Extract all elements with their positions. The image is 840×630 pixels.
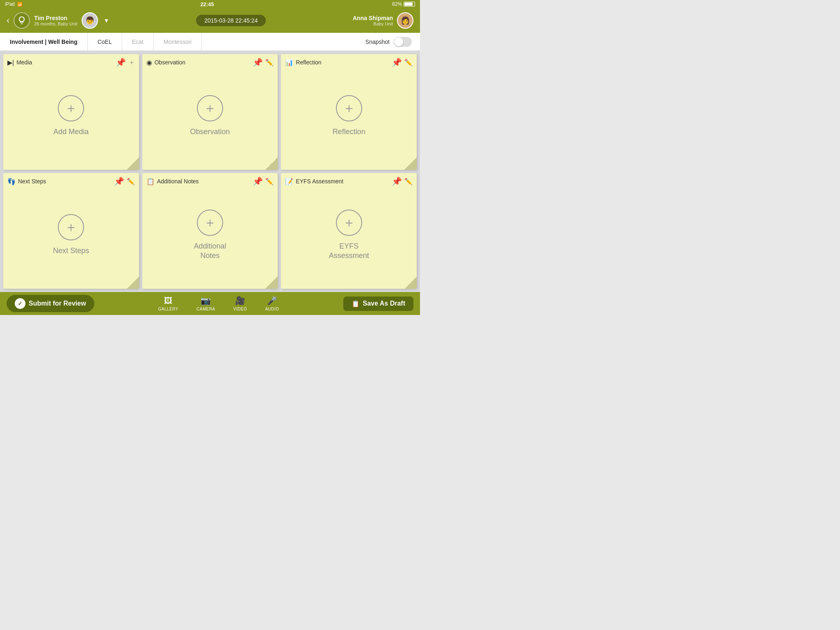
card-reflection-body: ＋ Reflection (281, 71, 417, 170)
status-right: 82% (392, 1, 415, 7)
card-observation-body: ＋ Observation (142, 71, 278, 170)
additionalnotes-pen-icon[interactable]: ✏️ (265, 178, 274, 185)
teacher-info: Anna Shipman Baby Unit (353, 15, 393, 26)
user-sub: 26 months, Baby Unit (34, 21, 77, 26)
card-nextsteps-body: ＋ Next Steps (3, 189, 139, 289)
card-nextsteps-title: Next Steps (18, 178, 112, 185)
reflection-icon: 📊 (285, 59, 293, 66)
nextsteps-icon: 👣 (7, 178, 16, 185)
card-nextsteps: 👣 Next Steps 📌 ✏️ ＋ Next Steps (3, 173, 139, 289)
media-add-circle[interactable]: ＋ (58, 95, 84, 121)
card-eyfs-title: EYFS Assessment (296, 178, 389, 185)
card-observation-header: ◉ Observation 📌 ✏️ (142, 54, 278, 71)
header-datetime: 2015-03-28 22:45:24 (196, 15, 266, 26)
nextsteps-add-label: Next Steps (53, 246, 89, 256)
nextsteps-pin-icon: 📌 (114, 176, 124, 186)
media-plus-icon[interactable]: ＋ (128, 58, 135, 67)
video-label: VIDEO (233, 307, 247, 311)
submit-review-button[interactable]: ✓ Submit for Review (7, 295, 94, 312)
bottom-tab-video[interactable]: 🎥 VIDEO (224, 294, 256, 313)
bottom-tab-camera[interactable]: 📷 CAMERA (187, 294, 224, 313)
teacher-sub: Baby Unit (353, 21, 393, 26)
card-additionalnotes-title: Additional Notes (157, 178, 251, 185)
additionalnotes-add-label: AdditionalNotes (194, 242, 226, 261)
tab-involvement[interactable]: Involvement | Well Being (0, 33, 88, 50)
snapshot-toggle[interactable] (394, 37, 412, 47)
additionalnotes-icon: 📋 (146, 178, 155, 185)
card-additionalnotes-header: 📋 Additional Notes 📌 ✏️ (142, 173, 278, 189)
card-media-body: ＋ Add Media (3, 71, 139, 170)
header-left: ‹ Tim Preston 26 months, Baby Unit 👦 ▼ (7, 12, 109, 29)
snapshot-area: Snapshot (357, 33, 420, 50)
battery-bar (404, 2, 415, 7)
reflection-add-circle[interactable]: ＋ (336, 95, 362, 121)
observation-pin-icon: 📌 (253, 57, 263, 67)
device-label: iPad (5, 1, 15, 7)
status-bar: iPad 📶 22:45 82% (0, 0, 420, 8)
save-draft-button[interactable]: 📋 Save As Draft (343, 297, 413, 311)
observation-add-label: Observation (190, 127, 230, 137)
card-eyfs-body: ＋ EYFSAssessment (281, 189, 417, 289)
card-eyfs-header: 📝 EYFS Assessment 📌 ✏️ (281, 173, 417, 189)
tabs-spacer (202, 33, 357, 50)
user-info: Tim Preston 26 months, Baby Unit (34, 15, 77, 26)
nextsteps-add-circle[interactable]: ＋ (58, 214, 84, 240)
media-pin-icon: 📌 (116, 57, 126, 67)
camera-icon: 📷 (201, 296, 211, 306)
status-time: 22:45 (200, 1, 214, 7)
save-draft-label: Save As Draft (363, 300, 405, 307)
card-observation: ◉ Observation 📌 ✏️ ＋ Observation (142, 54, 278, 170)
dropdown-arrow[interactable]: ▼ (104, 17, 110, 24)
user-name: Tim Preston (34, 15, 77, 21)
media-add-label: Add Media (53, 127, 89, 137)
eyfs-add-circle[interactable]: ＋ (336, 210, 362, 236)
eyfs-icon: 📝 (285, 178, 293, 185)
teacher-name: Anna Shipman (353, 15, 393, 21)
observation-icon: ◉ (146, 59, 152, 66)
reflection-pen-icon[interactable]: ✏️ (404, 59, 413, 66)
card-media-header: ▶| Media 📌 ＋ (3, 54, 139, 71)
additionalnotes-pin-icon: 📌 (253, 176, 263, 186)
gallery-label: GALLERY (158, 307, 178, 311)
back-button[interactable]: ‹ (7, 15, 9, 26)
nextsteps-pen-icon[interactable]: ✏️ (127, 178, 135, 185)
bottom-tabs: 🖼 GALLERY 📷 CAMERA 🎥 VIDEO 🎤 AUDIO (149, 294, 288, 313)
audio-icon: 🎤 (267, 296, 277, 306)
bottom-bar: ✓ Submit for Review 🖼 GALLERY 📷 CAMERA 🎥… (0, 292, 420, 315)
toggle-knob (394, 37, 403, 46)
status-left: iPad 📶 (5, 1, 22, 7)
bottom-tab-audio[interactable]: 🎤 AUDIO (256, 294, 288, 313)
observation-add-circle[interactable]: ＋ (197, 95, 223, 121)
card-observation-title: Observation (155, 59, 251, 66)
tab-coel[interactable]: CoEL (88, 33, 122, 50)
card-reflection-title: Reflection (296, 59, 389, 66)
eyfs-pin-icon: 📌 (392, 176, 402, 186)
additionalnotes-add-circle[interactable]: ＋ (197, 210, 223, 236)
media-icon: ▶| (7, 59, 14, 66)
snapshot-label: Snapshot (365, 39, 390, 45)
battery-label: 82% (392, 1, 402, 7)
header-right: Anna Shipman Baby Unit 👩 (353, 12, 413, 29)
logo-icon (14, 12, 30, 29)
card-media: ▶| Media 📌 ＋ ＋ Add Media (3, 54, 139, 170)
eyfs-pen-icon[interactable]: ✏️ (404, 178, 413, 185)
reflection-pin-icon: 📌 (392, 57, 402, 67)
main-grid: ▶| Media 📌 ＋ ＋ Add Media ◉ Observation 📌… (0, 51, 420, 292)
card-media-title: Media (16, 59, 113, 66)
gallery-icon: 🖼 (164, 296, 172, 306)
card-additionalnotes-body: ＋ AdditionalNotes (142, 189, 278, 289)
wifi-icon: 📶 (17, 2, 22, 7)
submit-label: Submit for Review (29, 300, 86, 307)
reflection-add-label: Reflection (333, 127, 365, 137)
tab-montessori[interactable]: Montessori (154, 33, 202, 50)
card-eyfs: 📝 EYFS Assessment 📌 ✏️ ＋ EYFSAssessment (281, 173, 417, 289)
user-avatar: 👦 (82, 12, 98, 29)
header-bar: ‹ Tim Preston 26 months, Baby Unit 👦 ▼ 2… (0, 8, 420, 33)
observation-pen-icon[interactable]: ✏️ (265, 59, 274, 66)
logo-svg (17, 16, 27, 25)
video-icon: 🎥 (235, 296, 245, 306)
battery-fill (404, 2, 413, 6)
eyfs-add-label: EYFSAssessment (329, 242, 369, 261)
tab-ecat[interactable]: Ecat (122, 33, 154, 50)
bottom-tab-gallery[interactable]: 🖼 GALLERY (149, 294, 187, 313)
